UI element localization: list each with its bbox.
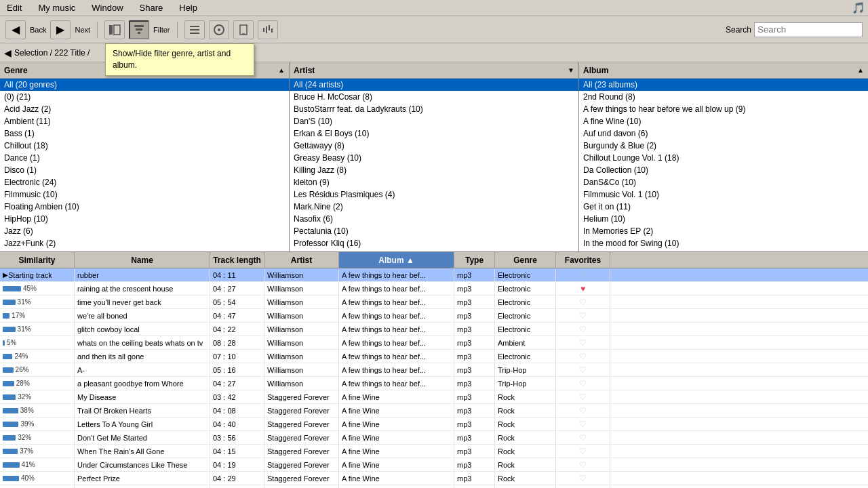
album-item[interactable]: Filmmusic Vol. 1 (10): [579, 188, 868, 201]
artist-item[interactable]: Greasy Beasy (10): [290, 152, 578, 164]
col-header-similarity[interactable]: Similarity: [0, 252, 75, 268]
genre-item[interactable]: Floating Ambien (10): [0, 201, 289, 213]
favorite-heart-icon[interactable]: ♡: [579, 298, 587, 307]
filter-button[interactable]: [129, 20, 149, 39]
artist-header[interactable]: Artist ▼: [290, 62, 578, 79]
favorite-heart-icon[interactable]: ♡: [579, 406, 587, 415]
favorite-heart-icon[interactable]: ♡: [579, 338, 587, 348]
genre-item[interactable]: Bass (1): [0, 127, 289, 140]
col-header-album[interactable]: Album ▲: [339, 252, 454, 268]
col-header-name[interactable]: Name: [75, 252, 210, 268]
back-button[interactable]: ◀: [5, 20, 26, 39]
track-row[interactable]: 41%Under Circumstances Like These04 : 19…: [0, 458, 868, 472]
col-header-type[interactable]: Type: [454, 252, 495, 268]
track-favorites-cell[interactable]: ♡: [556, 445, 610, 458]
track-row[interactable]: 32%My Disease03 : 42Staggered ForeverA f…: [0, 390, 868, 404]
artist-item[interactable]: Mark.Nine (2): [290, 201, 578, 213]
album-item[interactable]: A fine Wine (10): [579, 115, 868, 127]
album-item[interactable]: DanS&Co (10): [579, 176, 868, 188]
genre-item[interactable]: Jazz (6): [0, 225, 289, 237]
track-favorites-cell[interactable]: ♡: [556, 309, 610, 322]
track-row[interactable]: 17%we're all boned04 : 47WilliamsonA few…: [0, 309, 868, 323]
track-row[interactable]: 32%Don't Get Me Started03 : 56Staggered …: [0, 431, 868, 445]
track-row[interactable]: 37%When The Rain's All Gone04 : 15Stagge…: [0, 445, 868, 458]
album-item[interactable]: In Memories EP (2): [579, 225, 868, 237]
favorite-heart-icon[interactable]: ♡: [579, 270, 587, 280]
genre-item[interactable]: Latin Brasil (10): [0, 249, 289, 251]
artist-item[interactable]: Pectalunia (10): [290, 225, 578, 237]
genre-item[interactable]: Ambient (11): [0, 115, 289, 127]
menu-help[interactable]: Help: [175, 1, 201, 14]
track-row[interactable]: 38%Trail Of Broken Hearts04 : 08Staggere…: [0, 404, 868, 418]
album-header[interactable]: Album ▲: [579, 62, 868, 79]
genre-item[interactable]: Disco (1): [0, 164, 289, 176]
menu-window[interactable]: Window: [87, 1, 127, 14]
artist-item[interactable]: All (24 artists): [290, 79, 578, 91]
track-row[interactable]: 24%and then its all gone07 : 10Williamso…: [0, 350, 868, 363]
track-favorites-cell[interactable]: ♡: [556, 472, 610, 485]
track-row[interactable]: 40%Perfect Prize04 : 29Staggered Forever…: [0, 472, 868, 485]
sidebar-toggle-button[interactable]: [104, 20, 125, 39]
album-item[interactable]: Inspiration (12): [579, 249, 868, 251]
favorite-heart-icon[interactable]: ♥: [580, 284, 585, 293]
track-row[interactable]: 31%time you'll never get back05 : 54Will…: [0, 296, 868, 309]
artist-item[interactable]: Professor Kliq (16): [290, 237, 578, 249]
artist-item[interactable]: Bruce H. McCosar (8): [290, 91, 578, 103]
album-item[interactable]: In the mood for Swing (10): [579, 237, 868, 249]
genre-item[interactable]: Dance (1): [0, 152, 289, 164]
track-row[interactable]: ▶ Starting trackrubber04 : 11WilliamsonA…: [0, 268, 868, 282]
phone-button[interactable]: [233, 20, 254, 39]
track-favorites-cell[interactable]: ♡: [556, 336, 610, 349]
favorite-heart-icon[interactable]: ♡: [579, 460, 587, 470]
artist-item[interactable]: Les Résidus Plasmiques (4): [290, 188, 578, 201]
album-item[interactable]: A few things to hear before we all blow …: [579, 103, 868, 115]
menu-share[interactable]: Share: [136, 1, 167, 14]
album-item[interactable]: 2nd Round (8): [579, 91, 868, 103]
favorite-heart-icon[interactable]: ♡: [579, 325, 587, 334]
track-row[interactable]: 18%Nuclear Winter (Next 2 You)04 : 57Sta…: [0, 485, 868, 488]
favorite-heart-icon[interactable]: ♡: [579, 311, 587, 321]
equalizer-button[interactable]: [258, 20, 278, 39]
track-favorites-cell[interactable]: ♡: [556, 390, 610, 403]
col-header-genre[interactable]: Genre: [495, 252, 556, 268]
track-favorites-cell[interactable]: ♡: [556, 323, 610, 336]
track-row[interactable]: 39%Letters To A Young Girl04 : 40Stagger…: [0, 418, 868, 431]
favorite-heart-icon[interactable]: ♡: [579, 420, 587, 429]
menu-edit[interactable]: Edit: [3, 1, 26, 14]
album-item[interactable]: Da Collection (10): [579, 164, 868, 176]
album-item[interactable]: Auf und davon (6): [579, 127, 868, 140]
artist-item[interactable]: Richard R. Hepersson (10): [290, 249, 578, 251]
track-favorites-cell[interactable]: ♡: [556, 377, 610, 390]
cover-view-button[interactable]: [209, 20, 229, 39]
genre-item[interactable]: Jazz+Funk (2): [0, 237, 289, 249]
back-label[interactable]: Back: [30, 26, 46, 34]
breadcrumb-back-arrow[interactable]: ◀: [4, 47, 12, 58]
col-header-length[interactable]: Track length: [210, 252, 264, 268]
artist-item[interactable]: Erkan & El Boys (10): [290, 127, 578, 140]
genre-item[interactable]: (0) (21): [0, 91, 289, 103]
favorite-heart-icon[interactable]: ♡: [579, 474, 587, 483]
album-item[interactable]: Burgundy & Blue (2): [579, 140, 868, 152]
track-favorites-cell[interactable]: ♡: [556, 404, 610, 417]
artist-item[interactable]: kleiton (9): [290, 176, 578, 188]
album-item[interactable]: Helium (10): [579, 213, 868, 225]
artist-item[interactable]: Gettawayy (8): [290, 140, 578, 152]
artist-item[interactable]: Nasofix (6): [290, 213, 578, 225]
track-favorites-cell[interactable]: ♡: [556, 431, 610, 444]
favorite-heart-icon[interactable]: ♡: [579, 392, 587, 402]
album-item[interactable]: Get it on (11): [579, 201, 868, 213]
track-row[interactable]: 45%raining at the crescent house04 : 27W…: [0, 282, 868, 296]
artist-item[interactable]: Dan'S (10): [290, 115, 578, 127]
search-input[interactable]: [754, 22, 863, 37]
genre-item[interactable]: Acid Jazz (2): [0, 103, 289, 115]
track-row[interactable]: 31%glitch cowboy local04 : 22WilliamsonA…: [0, 323, 868, 336]
col-header-favorites[interactable]: Favorites: [556, 252, 610, 268]
track-row[interactable]: 5%whats on the ceiling beats whats on tv…: [0, 336, 868, 350]
forward-button[interactable]: ▶: [50, 20, 71, 39]
next-label[interactable]: Next: [75, 26, 90, 34]
track-favorites-cell[interactable]: ♡: [556, 296, 610, 308]
track-favorites-cell[interactable]: ♡: [556, 350, 610, 363]
genre-item[interactable]: All (20 genres): [0, 79, 289, 91]
favorite-heart-icon[interactable]: ♡: [579, 379, 587, 388]
favorite-heart-icon[interactable]: ♡: [579, 447, 587, 456]
